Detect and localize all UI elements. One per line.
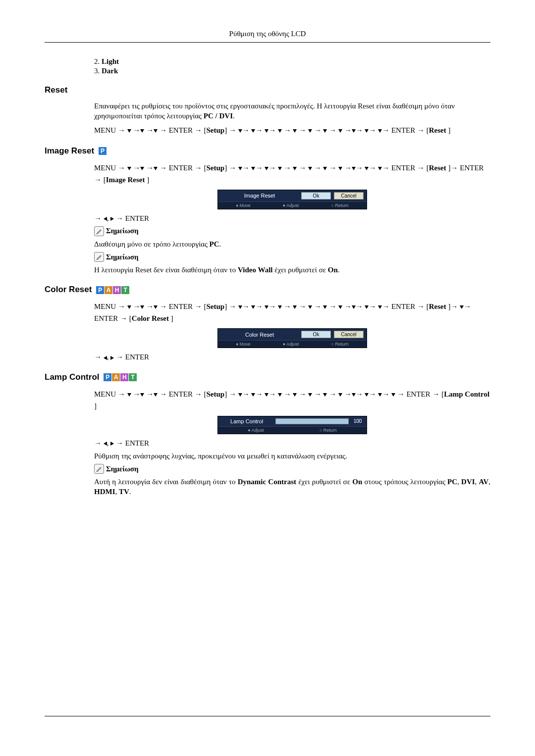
down-arrow-icon [265,129,268,133]
badge-a-icon: A [105,286,112,294]
color-reset-after: → , → ENTER [94,352,490,362]
down-arrow-icon [154,167,158,170]
list-item: 2. Light [94,57,490,66]
left-arrow-icon [104,217,107,221]
down-arrow-icon [238,393,242,397]
down-arrow-icon [352,167,356,170]
down-arrow-icon [127,393,131,397]
down-arrow-icon [238,167,242,170]
osd-dialog: Image Reset Ok Cancel ♦ Move ● Adjust ○ … [217,190,367,209]
list-item: 3. Dark [94,67,490,75]
down-arrow-icon [127,167,131,170]
lamp-desc: Ρύθμιση της ανάστροφης λυχνίας, προκειμέ… [94,451,490,461]
osd-footer: ♦ Move ● Adjust ○ Return [218,202,367,209]
color-reset-body: MENU → → → → ENTER → [Setup] → → → → → →… [94,301,490,362]
down-arrow-icon [154,305,158,309]
down-arrow-icon [127,129,131,133]
osd-slider [275,418,349,424]
osd-cancel-button: Cancel [334,192,364,200]
osd-adjust-label: ● Adjust [283,203,299,208]
down-arrow-icon [293,305,297,309]
osd-row: Lamp Control 100 [218,416,367,426]
down-arrow-icon [365,305,369,309]
down-arrow-icon [365,393,369,397]
badge-row: PAHT [104,373,137,381]
heading-lamp-control: Lamp Control PAHT [45,372,490,382]
badge-p-icon: P [104,373,111,381]
lamp-nav-sequence: MENU → → → → ENTER → [Setup] → → → → → →… [94,388,490,412]
note-icon [94,252,104,262]
osd-adjust-label: ● Adjust [283,342,299,347]
osd-ok-button: Ok [301,192,331,200]
down-arrow-icon [378,305,382,309]
down-arrow-icon [338,167,342,170]
down-arrow-icon [154,129,158,133]
down-arrow-icon [251,129,255,133]
badge-h-icon: H [120,373,128,381]
image-reset-body: MENU → → → → ENTER → [Setup] → → → → → →… [94,162,490,275]
ordered-list: 2. Light 3. Dark [94,57,490,75]
color-reset-nav-sequence: MENU → → → → ENTER → [Setup] → → → → → →… [94,301,490,324]
down-arrow-icon [365,129,369,133]
osd-screenshot: Image Reset Ok Cancel ♦ Move ● Adjust ○ … [94,190,490,209]
down-arrow-icon [308,129,312,133]
badge-t-icon: T [129,373,137,381]
note-label: Σημείωση [106,253,139,261]
osd-screenshot: Color Reset Ok Cancel ♦ Move ● Adjust ○ … [94,328,490,348]
note-row: Σημείωση [94,252,490,262]
down-arrow-icon [352,305,356,309]
osd-value: 100 [352,418,364,424]
badge-row: P [99,147,107,155]
reset-desc: Επαναφέρει τις ρυθμίσεις του προϊόντος σ… [94,101,490,121]
list-label: Dark [102,67,118,75]
down-arrow-icon [251,167,255,170]
left-arrow-icon [104,442,107,446]
badge-p-icon: P [99,147,107,155]
down-arrow-icon [338,393,342,397]
down-arrow-icon [391,393,395,397]
osd-dialog: Color Reset Ok Cancel ♦ Move ● Adjust ○ … [217,328,367,348]
down-arrow-icon [378,393,382,397]
osd-row: Color Reset Ok Cancel [218,329,367,340]
badge-a-icon: A [112,373,120,381]
down-arrow-icon [308,393,312,397]
down-arrow-icon [293,129,297,133]
list-label: Light [102,57,119,65]
down-arrow-icon [293,167,297,170]
note-label: Σημείωση [106,227,139,235]
image-reset-note2: Η λειτουργία Reset δεν είναι διαθέσιμη ό… [94,265,490,275]
heading-color-reset: Color Reset PAHT [45,285,490,295]
down-arrow-icon [265,167,268,170]
badge-h-icon: H [113,286,121,294]
image-reset-after: → , → ENTER [94,213,490,223]
down-arrow-icon [365,167,369,170]
down-arrow-icon [154,393,158,397]
down-arrow-icon [140,167,144,170]
down-arrow-icon [140,393,144,397]
osd-screenshot: Lamp Control 100 ● Adjust ○ Return [94,416,490,434]
down-arrow-icon [308,305,312,309]
osd-adjust-label: ● Adjust [248,428,264,433]
osd-dialog: Lamp Control 100 ● Adjust ○ Return [217,416,367,434]
osd-ok-button: Ok [301,331,331,338]
badge-p-icon: P [96,286,104,294]
image-reset-note1: Διαθέσιμη μόνο σε τρόπο λειτουργίας PC. [94,239,490,249]
note-label: Σημείωση [106,465,139,473]
reset-nav-sequence: MENU → → → → ENTER → [Setup] → → → → → →… [94,124,490,136]
top-list-block: 2. Light 3. Dark [94,57,490,75]
down-arrow-icon [323,129,327,133]
reset-body: Επαναφέρει τις ρυθμίσεις του προϊόντος σ… [94,101,490,136]
down-arrow-icon [378,167,382,170]
down-arrow-icon [265,393,268,397]
down-arrow-icon [378,129,382,133]
down-arrow-icon [251,305,255,309]
lamp-body: MENU → → → → ENTER → [Setup] → → → → → →… [94,388,490,497]
down-arrow-icon [323,305,327,309]
page-header: Ρύθμιση της οθόνης LCD [45,30,490,43]
lamp-note: Αυτή η λειτουργία δεν είναι διαθέσιμη ότ… [94,477,490,497]
osd-label: Image Reset [221,193,298,199]
down-arrow-icon [278,129,282,133]
lamp-after: → , → ENTER [94,438,490,448]
osd-footer: ● Adjust ○ Return [218,426,367,434]
heading-reset: Reset [45,85,490,95]
